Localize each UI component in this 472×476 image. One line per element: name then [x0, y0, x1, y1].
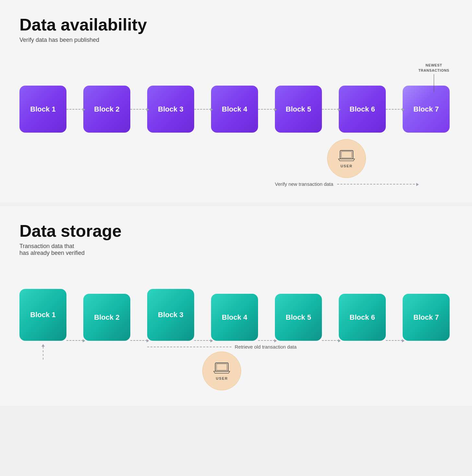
section2-user-circle: USER: [202, 351, 241, 390]
newest-label-line: [434, 74, 434, 92]
s2-connector-1-2: [66, 340, 83, 341]
section2-user-label: USER: [216, 376, 228, 380]
s2-connector-2-3: [130, 340, 147, 341]
section1-title: Data availability: [19, 16, 453, 34]
s2-block-wrapper-7: Block 7: [403, 294, 450, 341]
block-wrapper-2: Block 2: [83, 86, 130, 133]
block-wrapper-7: Block 7: [403, 86, 450, 133]
laptop-icon-s1: [338, 149, 355, 162]
connector-line-1-2: [66, 109, 83, 110]
section2-block-6: Block 6: [339, 294, 386, 341]
s2-left-arrow-line: [147, 347, 231, 347]
s2-block-wrapper-6: Block 6: [339, 294, 386, 341]
svg-rect-4: [217, 364, 227, 370]
s1-arrow-line: [337, 184, 418, 184]
section1-block-3: Block 3: [147, 86, 194, 133]
block-wrapper-6: Block 6: [339, 86, 386, 133]
connector-line-3-4: [194, 109, 211, 110]
block-wrapper-4: Block 4: [211, 86, 258, 133]
connector-4-5: [258, 109, 275, 110]
section2-block-4: Block 4: [211, 294, 258, 341]
section2-subtitle: Transaction data that has already been v…: [19, 243, 453, 256]
s2-connector-line-6-7: [386, 340, 403, 341]
s2-block-wrapper-1: Block 1: [19, 289, 66, 341]
s2-block-wrapper-5: Block 5: [275, 294, 322, 341]
s2-block-wrapper-3: Block 3: [147, 289, 194, 341]
section2-block-5: Block 5: [275, 294, 322, 341]
s2-block-wrapper-2: Block 2: [83, 294, 130, 341]
section2-block-2: Block 2: [83, 294, 130, 341]
section2-diagram: Block 1 Block 2 Block 3: [19, 276, 453, 390]
s2-block-wrapper-4: Block 4: [211, 294, 258, 341]
connector-6-7: [386, 109, 403, 110]
section1-block-6: Block 6: [339, 86, 386, 133]
section1-block-4: Block 4: [211, 86, 258, 133]
s2-connector-line-3-4: [194, 340, 211, 341]
section1-block-1: Block 1: [19, 86, 66, 133]
s1-arrow-area: Verify new transaction data: [275, 178, 418, 187]
section1-user-circle: USER: [327, 139, 366, 178]
newest-transactions-label: NEWESTTRANSACTIONS: [419, 63, 449, 92]
data-storage-section: Data storage Transaction data that has a…: [0, 206, 472, 406]
section1-user-label: USER: [340, 164, 352, 168]
section1-block-2: Block 2: [83, 86, 130, 133]
connector-line-2-3: [130, 109, 147, 110]
section2-block-3: Block 3: [147, 289, 194, 341]
section1-diagram: NEWESTTRANSACTIONS Block 1 Block 2: [19, 63, 453, 187]
user-and-annotation: USER Verify new transaction data: [275, 139, 418, 187]
s2-connector-5-6: [322, 340, 339, 341]
connector-line-6-7: [386, 109, 403, 110]
laptop-icon-s2: [213, 362, 230, 375]
section2-blocks-row: Block 1 Block 2 Block 3: [19, 276, 453, 341]
section1-subtitle: Verify data has been published: [19, 37, 453, 43]
s2-connector-6-7: [386, 340, 403, 341]
verify-text: Verify new transaction data: [275, 181, 333, 187]
section2-block-1: Block 1: [19, 289, 66, 341]
connector-3-4: [194, 109, 211, 110]
s2-user-container: Retrieve old transaction data USER: [147, 344, 297, 390]
connector-5-6: [322, 109, 339, 110]
section1-annotation: USER Verify new transaction data: [19, 139, 453, 187]
section1-blocks-row: Block 1 Block 2 Block 3: [19, 63, 453, 133]
s2-connector-3-4: [194, 340, 211, 341]
connector-1-2: [66, 109, 83, 110]
block-wrapper-1: Block 1: [19, 86, 66, 133]
s2-connector-line-5-6: [322, 340, 339, 341]
connector-line-4-5: [258, 109, 275, 110]
s2-connector-4-5: [258, 340, 275, 341]
section1-block-5: Block 5: [275, 86, 322, 133]
s2-up-arrow-head: [41, 344, 45, 347]
s2-up-arrow-container: [19, 344, 66, 360]
newest-label-text: NEWESTTRANSACTIONS: [419, 63, 449, 73]
section1-block-7: Block 7: [403, 86, 450, 133]
s1-h-arrow: Verify new transaction data: [275, 181, 418, 187]
connector-line-5-6: [322, 109, 339, 110]
s2-connector-line-2-3: [130, 340, 147, 341]
s2-connector-line-4-5: [258, 340, 275, 341]
connector-2-3: [130, 109, 147, 110]
data-availability-section: Data availability Verify data has been p…: [0, 0, 472, 202]
block-wrapper-5: Block 5: [275, 86, 322, 133]
s2-connector-line-1-2: [66, 340, 83, 341]
s2-h-arrow: Retrieve old transaction data: [147, 344, 297, 350]
s2-up-arrow-line: [43, 347, 43, 360]
s1-arrow-head: [416, 183, 419, 186]
section2-annotation: Retrieve old transaction data USER: [19, 344, 453, 390]
svg-rect-1: [341, 151, 352, 158]
retrieve-text: Retrieve old transaction data: [235, 344, 297, 350]
section2-title: Data storage: [19, 222, 453, 240]
block-wrapper-3: Block 3: [147, 86, 194, 133]
section2-block-7: Block 7: [403, 294, 450, 341]
